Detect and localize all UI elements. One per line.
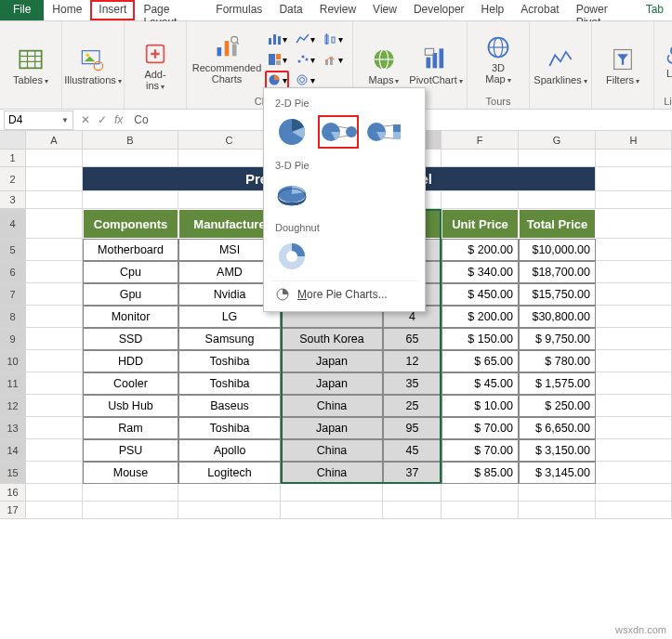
cell[interactable]	[596, 306, 672, 328]
cell[interactable]	[596, 502, 672, 519]
pivotchart-button[interactable]: PivotChart	[413, 46, 459, 86]
tab-view[interactable]: View	[364, 0, 405, 20]
cell[interactable]: $ 250.00	[519, 395, 596, 417]
row-header-17[interactable]: 17	[0, 502, 26, 519]
row-header-1[interactable]: 1	[0, 150, 26, 167]
cell[interactable]	[596, 462, 672, 484]
row-header-6[interactable]: 6	[0, 261, 26, 283]
row-header-2[interactable]: 2	[0, 167, 26, 191]
cell[interactable]: Components	[83, 209, 178, 239]
maps-button[interactable]: Maps	[361, 46, 407, 86]
cell[interactable]: Japan	[281, 372, 383, 395]
cell[interactable]: Logitech	[178, 462, 281, 484]
cell[interactable]: PSU	[83, 439, 178, 462]
tab-file[interactable]: File	[0, 0, 44, 20]
cell[interactable]: Toshiba	[178, 350, 281, 372]
col-header-F[interactable]: F	[441, 131, 519, 150]
cell[interactable]	[178, 484, 281, 502]
fx-icon[interactable]: fx	[114, 113, 123, 126]
row-header-11[interactable]: 11	[0, 372, 26, 395]
cell[interactable]	[26, 372, 83, 395]
row-header-7[interactable]: 7	[0, 283, 26, 306]
cell[interactable]: Monitor	[83, 306, 178, 328]
row-header-5[interactable]: 5	[0, 239, 26, 261]
cell[interactable]	[83, 191, 178, 209]
cell[interactable]	[281, 502, 383, 519]
row-header-16[interactable]: 16	[0, 484, 26, 502]
cell[interactable]	[519, 502, 596, 519]
cell[interactable]: Samsung	[178, 328, 281, 350]
illustrations-button[interactable]: Illustrations	[70, 46, 116, 86]
cell[interactable]: China	[281, 439, 383, 462]
cell[interactable]	[596, 191, 672, 209]
col-header-H[interactable]: H	[596, 131, 672, 150]
cell[interactable]	[596, 395, 672, 417]
cell[interactable]: 65	[383, 328, 441, 350]
cell[interactable]: South Korea	[281, 328, 383, 350]
cell[interactable]	[83, 502, 178, 519]
cell[interactable]	[596, 283, 672, 306]
col-header-B[interactable]: B	[83, 131, 178, 150]
cell[interactable]	[26, 239, 83, 261]
select-all-corner[interactable]	[0, 131, 26, 150]
cell[interactable]	[596, 439, 672, 462]
cell[interactable]: 95	[383, 417, 441, 439]
col-header-A[interactable]: A	[26, 131, 83, 150]
cell[interactable]: $ 70.00	[441, 417, 519, 439]
tab-help[interactable]: Help	[473, 0, 513, 20]
cell[interactable]: 37	[383, 462, 441, 484]
link-button[interactable]: Link	[662, 40, 672, 79]
tab-formulas[interactable]: Formulas	[207, 0, 270, 20]
sparklines-button[interactable]: Sparklines	[537, 46, 584, 86]
bar-of-pie-option[interactable]	[364, 115, 405, 149]
stats-chart-button[interactable]: ▾	[321, 30, 345, 48]
cell[interactable]: 12	[383, 350, 441, 372]
pie-of-pie-option[interactable]	[318, 115, 359, 149]
row-header-12[interactable]: 12	[0, 395, 26, 417]
cell[interactable]: Motherboard	[83, 239, 178, 261]
cell[interactable]	[83, 484, 178, 502]
cell[interactable]	[83, 150, 178, 167]
cell[interactable]	[596, 328, 672, 350]
cell[interactable]: $ 150.00	[441, 328, 519, 350]
cell[interactable]: 45	[383, 439, 441, 462]
row-header-14[interactable]: 14	[0, 439, 26, 462]
scatter-chart-button[interactable]: ▾	[293, 50, 317, 69]
cell[interactable]: $10,000.00	[519, 239, 596, 261]
cell[interactable]: Usb Hub	[83, 395, 178, 417]
row-header-9[interactable]: 9	[0, 328, 26, 350]
cell[interactable]	[596, 209, 672, 239]
row-header-10[interactable]: 10	[0, 350, 26, 372]
cell[interactable]: $ 85.00	[441, 462, 519, 484]
tab-data[interactable]: Data	[270, 0, 310, 20]
cell[interactable]	[519, 484, 596, 502]
cell[interactable]: $ 1,575.00	[519, 372, 596, 395]
row-header-15[interactable]: 15	[0, 462, 26, 484]
tab-insert[interactable]: Insert	[90, 0, 135, 20]
cell[interactable]	[26, 209, 83, 239]
cell[interactable]: Japan	[281, 417, 383, 439]
enter-icon[interactable]: ✓	[98, 113, 107, 126]
cell[interactable]: Total Price	[519, 209, 596, 239]
cell[interactable]: $ 200.00	[441, 306, 519, 328]
cell[interactable]: SSD	[83, 328, 178, 350]
cell[interactable]	[441, 191, 519, 209]
cell[interactable]: $15,750.00	[519, 283, 596, 306]
cell[interactable]: China	[281, 462, 383, 484]
cell[interactable]: $ 70.00	[441, 439, 519, 462]
cell[interactable]: $30,800.00	[519, 306, 596, 328]
cell[interactable]	[441, 502, 519, 519]
cell[interactable]	[26, 191, 83, 209]
cell[interactable]: $ 9,750.00	[519, 328, 596, 350]
line-chart-button[interactable]: ▾	[293, 30, 317, 48]
tab-home[interactable]: Home	[44, 0, 90, 20]
cell[interactable]	[26, 283, 83, 306]
cell[interactable]: Baseus	[178, 395, 281, 417]
cell[interactable]: HDD	[83, 350, 178, 372]
cell[interactable]	[26, 484, 83, 502]
addins-button[interactable]: Add- ins	[132, 41, 178, 92]
cell[interactable]	[26, 306, 83, 328]
cell[interactable]	[596, 372, 672, 395]
cell[interactable]: Gpu	[83, 283, 178, 306]
cell[interactable]: $ 450.00	[441, 283, 519, 306]
